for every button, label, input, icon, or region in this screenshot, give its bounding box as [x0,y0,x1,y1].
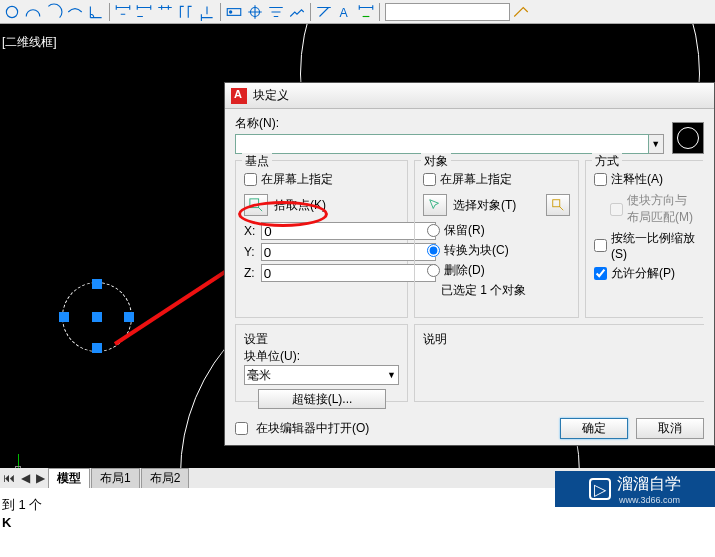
tool-dim2-icon[interactable] [134,2,154,22]
block-unit-select[interactable]: 毫米 ▼ [244,365,399,385]
svg-rect-6 [250,199,259,208]
uniform-scale-label: 按统一比例缩放(S) [611,230,695,261]
tool-tol-icon[interactable] [224,2,244,22]
tab-model[interactable]: 模型 [48,468,90,488]
grip-icon[interactable] [59,312,69,322]
description-group: 说明 [414,324,704,402]
quickselect-button[interactable] [546,194,570,216]
view-style-label: [二维线框] [2,34,57,51]
objects-onscreen-label: 在屏幕上指定 [440,171,512,188]
name-label: 名称(N): [235,115,664,132]
tool-jog-icon[interactable] [287,2,307,22]
annotative-label: 注释性(A) [611,171,663,188]
dialog-titlebar[interactable]: 块定义 [225,83,714,109]
watermark-badge: ▷ 溜溜自学 www.3d66.com [555,471,715,507]
dialog-title: 块定义 [253,87,289,104]
convert-label: 转换为块(C) [444,242,509,259]
select-objects-icon [428,198,442,212]
cancel-button[interactable]: 取消 [636,418,704,439]
basepoint-group: 基点 在屏幕上指定 拾取点(K) X: Y: Z: [235,160,408,318]
delete-radio[interactable] [427,264,440,277]
z-label: Z: [244,266,255,280]
open-in-editor-checkbox[interactable] [235,422,248,435]
select-objects-button[interactable] [423,194,447,216]
block-definition-dialog: 块定义 名称(N): ▼ 基点 在屏幕上指定 拾取点 [224,82,715,446]
tool-arc1-icon[interactable] [23,2,43,22]
dialog-footer: 在块编辑器中打开(O) 确定 取消 [225,412,714,445]
basepoint-legend: 基点 [242,153,272,170]
allow-explode-label: 允许分解(P) [611,265,675,282]
hyperlink-button[interactable]: 超链接(L)... [258,389,386,409]
description-legend: 说明 [423,331,696,348]
basepoint-onscreen-checkbox[interactable] [244,173,257,186]
tool-edit1-icon[interactable] [314,2,334,22]
block-unit-value: 毫米 [247,367,271,384]
uniform-scale-checkbox[interactable] [594,239,607,252]
svg-point-0 [6,6,17,17]
tool-text-icon[interactable]: A [335,2,355,22]
svg-point-2 [229,10,232,13]
annotative-checkbox[interactable] [594,173,607,186]
autocad-icon [231,88,247,104]
tab-next-icon[interactable]: ▶ [33,471,48,485]
block-unit-label: 块单位(U): [244,348,399,365]
tool-angle-icon[interactable] [86,2,106,22]
tool-inspect-icon[interactable] [266,2,286,22]
tool-dimstyle-icon[interactable] [511,2,531,22]
x-input[interactable] [261,222,436,240]
tool-dim5-icon[interactable] [197,2,217,22]
tool-dim3-icon[interactable] [155,2,175,22]
grip-icon[interactable] [92,343,102,353]
settings-legend: 设置 [244,331,399,348]
convert-radio[interactable] [427,244,440,257]
grip-center-icon[interactable] [92,312,102,322]
select-objects-label: 选择对象(T) [453,197,516,214]
z-input[interactable] [261,264,436,282]
pick-point-button[interactable] [244,194,268,216]
block-preview [672,122,704,154]
tab-prev-icon[interactable]: ◀ [18,471,33,485]
quickselect-icon [551,198,565,212]
tab-layout1[interactable]: 布局1 [91,468,140,488]
behavior-legend: 方式 [592,153,622,170]
grip-icon[interactable] [124,312,134,322]
tab-layout2[interactable]: 布局2 [141,468,190,488]
open-in-editor-label: 在块编辑器中打开(O) [256,420,369,437]
watermark-url: www.3d66.com [619,495,681,505]
play-icon: ▷ [589,478,611,500]
settings-group: 设置 块单位(U): 毫米 ▼ 超链接(L)... [235,324,408,402]
objects-onscreen-checkbox[interactable] [423,173,436,186]
pick-point-icon [249,198,263,212]
behavior-group: 方式 注释性(A) 使块方向与布局匹配(M) 按统一比例缩放(S) 允许分解(P… [585,160,703,318]
svg-text:A: A [339,5,348,19]
dimstyle-combo[interactable] [385,3,510,21]
tool-arc2-icon[interactable] [44,2,64,22]
tab-first-icon[interactable]: ⏮ [0,471,18,485]
y-label: Y: [244,245,255,259]
y-input[interactable] [261,243,436,261]
chevron-down-icon: ▼ [387,370,396,380]
tool-dim4-icon[interactable] [176,2,196,22]
pick-point-label: 拾取点(K) [274,197,326,214]
tool-dim1-icon[interactable] [113,2,133,22]
name-dropdown-icon[interactable]: ▼ [649,134,664,154]
objects-group: 对象 在屏幕上指定 选择对象(T) 保留(R) 转换为块(C) 删除(D) 已选… [414,160,579,318]
x-label: X: [244,224,255,238]
command-line: K [2,514,713,532]
tool-center-icon[interactable] [245,2,265,22]
objects-count-label: 已选定 1 个对象 [441,282,570,299]
watermark-text: 溜溜自学 [617,474,681,495]
delete-label: 删除(D) [444,262,485,279]
block-name-input[interactable] [235,134,649,154]
retain-radio[interactable] [427,224,440,237]
tool-circle-icon[interactable] [2,2,22,22]
tool-update-icon[interactable] [356,2,376,22]
tool-arc3-icon[interactable] [65,2,85,22]
grip-icon[interactable] [92,279,102,289]
allow-explode-checkbox[interactable] [594,267,607,280]
objects-legend: 对象 [421,153,451,170]
svg-rect-7 [553,200,560,207]
orient-checkbox [610,203,623,216]
ok-button[interactable]: 确定 [560,418,628,439]
retain-label: 保留(R) [444,222,485,239]
